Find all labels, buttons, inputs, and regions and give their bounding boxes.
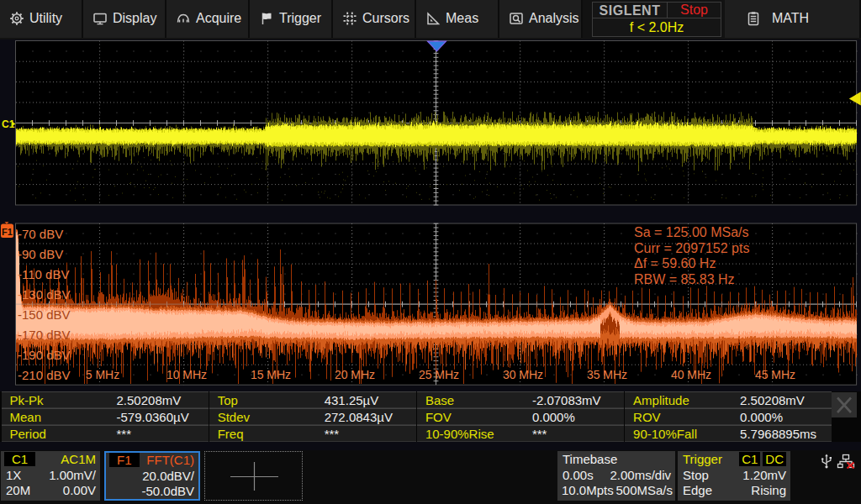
svg-text:Δf = 59.60 Hz: Δf = 59.60 Hz: [634, 256, 716, 270]
svg-text:40 MHz: 40 MHz: [671, 368, 711, 381]
svg-text:-170 dBV: -170 dBV: [18, 328, 71, 342]
svg-text:-90 dBV: -90 dBV: [18, 247, 63, 261]
svg-text:45 MHz: 45 MHz: [755, 368, 795, 381]
svg-text:20 MHz: 20 MHz: [335, 368, 375, 381]
svg-text:-110 dBV: -110 dBV: [18, 267, 69, 281]
svg-text:10 MHz: 10 MHz: [166, 368, 207, 381]
svg-text:30 MHz: 30 MHz: [503, 368, 543, 381]
svg-text:-150 dBV: -150 dBV: [18, 307, 71, 322]
svg-text:-190 dBV: -190 dBV: [18, 348, 71, 362]
svg-text:-130 dBV: -130 dBV: [18, 287, 71, 302]
svg-text:-70 dBV: -70 dBV: [18, 227, 63, 241]
svg-text:25 MHz: 25 MHz: [419, 368, 459, 381]
svg-text:Curr = 2097152 pts: Curr = 2097152 pts: [634, 241, 749, 255]
svg-text:5 MHz: 5 MHz: [86, 368, 119, 381]
svg-text:Sa = 125.00 MSa/s: Sa = 125.00 MSa/s: [634, 225, 749, 239]
svg-text:-210 dBV: -210 dBV: [18, 368, 71, 382]
svg-text:F1: F1: [2, 227, 13, 237]
svg-text:15 MHz: 15 MHz: [251, 368, 291, 381]
svg-text:35 MHz: 35 MHz: [587, 368, 627, 381]
svg-text:RBW = 85.83 Hz: RBW = 85.83 Hz: [634, 272, 735, 286]
